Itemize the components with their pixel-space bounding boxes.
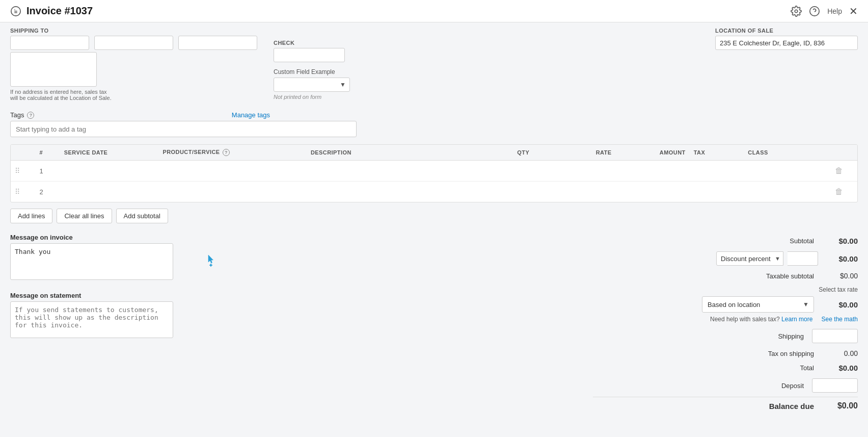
subtotal-value: $0.00 [822,237,858,245]
deposit-label: Deposit [712,382,804,390]
col-header-qty: QTY [471,145,534,161]
row-2-qty[interactable] [499,185,529,199]
message-on-statement-block: Message on statement [10,292,183,340]
shipping-input-1[interactable] [10,36,89,50]
discount-amount: $0.00 [822,254,858,263]
row-2-class[interactable] [748,185,794,199]
message-on-statement-label: Message on statement [10,292,183,299]
col-header-drag [11,145,35,161]
row-2-date[interactable] [64,185,155,199]
product-info-icon: ? [223,149,230,156]
taxable-subtotal-value: $0.00 [822,272,858,280]
check-input[interactable] [274,48,345,62]
invoice-icon [10,6,21,17]
subtotal-label: Subtotal [722,237,814,245]
col-header-delete [831,145,857,161]
col-header-tax: TAX [690,145,744,161]
row-1-tax[interactable] [694,164,719,178]
sales-tax-help: Need help with sales tax? Learn more [710,316,812,323]
drag-cursor-icon [205,254,216,268]
row-2-rate[interactable] [571,185,612,199]
row-2-product[interactable] [162,185,302,199]
tag-input[interactable] [10,121,357,137]
page-title: Invoice #1037 [26,5,93,17]
help-label: Help [827,7,842,15]
message-on-statement-textarea[interactable] [10,301,173,338]
col-header-rate: RATE [533,145,615,161]
col-header-num: # [35,145,60,161]
tax-on-shipping-value: 0.00 [822,349,858,357]
col-header-service-date: SERVICE DATE [60,145,159,161]
manage-tags-link[interactable]: Manage tags [232,111,270,119]
totals-panel: Subtotal $0.00 Discount percent Discount… [593,234,858,414]
lines-table-wrapper: # SERVICE DATE PRODUCT/SERVICE ? DESCRIP… [10,144,858,202]
row-2-description[interactable] [311,185,467,199]
row-1-date[interactable] [64,164,155,178]
tags-row: Tags ? Manage tags [10,111,372,119]
not-printed-label: Not printed on form [274,94,350,100]
action-buttons: Add lines Clear all lines Add subtotal [10,209,858,223]
custom-field-select[interactable] [274,78,350,92]
help-circle-icon[interactable] [809,6,820,17]
col-header-amount: AMOUNT [616,145,690,161]
balance-due-value: $0.00 [822,401,858,410]
shipping-input-2[interactable] [94,36,173,50]
discount-type-select[interactable]: Discount percent Discount value [716,251,783,266]
shipping-to-block: Shipping to If no address is entered her… [10,28,257,101]
total-row: Total $0.00 [593,361,858,375]
row-1-description[interactable] [311,164,467,178]
message-on-invoice-textarea[interactable]: Thank you [10,243,173,280]
cursor-area [196,254,226,268]
shipping-to-label: Shipping to [10,28,257,34]
total-value: $0.00 [822,364,858,372]
table-body: ⠿ 1 🗑 ⠿ 2 [11,161,857,202]
total-label: Total [722,364,814,372]
see-math-link[interactable]: See the math [822,316,858,323]
tax-dropdown-wrapper: Based on location ▼ [702,296,814,313]
col-header-product: PRODUCT/SERVICE ? [158,145,306,161]
deposit-row: Deposit [593,375,858,396]
add-lines-button[interactable]: Add lines [10,209,52,223]
drag-handle-2[interactable]: ⠿ [15,188,20,196]
drag-handle-1[interactable]: ⠿ [15,167,20,175]
taxable-subtotal-row: Taxable subtotal $0.00 [593,269,858,283]
delete-row-2-icon[interactable]: 🗑 [835,187,843,196]
select-tax-label: Select tax rate [819,286,858,293]
subtotal-row: Subtotal $0.00 [593,234,858,248]
row-1-qty[interactable] [499,164,529,178]
page-body: Shipping to If no address is entered her… [0,22,868,424]
tax-section: Select tax rate Based on location ▼ $0.0… [593,283,858,326]
shipping-textarea[interactable] [10,52,97,87]
svg-point-2 [810,6,819,15]
close-button[interactable]: ✕ [849,6,858,16]
add-subtotal-button[interactable]: Add subtotal [116,209,168,223]
clear-all-lines-button[interactable]: Clear all lines [57,209,112,223]
discount-value-input[interactable] [788,251,818,266]
tax-on-shipping-label: Tax on shipping [722,350,814,357]
deposit-input[interactable] [812,378,858,393]
location-input[interactable] [715,36,858,50]
lines-table: # SERVICE DATE PRODUCT/SERVICE ? DESCRIP… [11,145,857,202]
tags-section: Tags ? Manage tags [10,107,372,137]
bottom-section: Message on invoice Thank you Message on … [10,234,858,414]
row-2-tax[interactable] [694,185,719,199]
table-row: ⠿ 2 🗑 [11,182,857,202]
gear-icon[interactable] [791,6,802,17]
discount-row: Discount percent Discount value ▼ $0.00 [593,248,858,269]
shipping-row: Shipping [593,326,858,346]
shipping-value-input[interactable] [812,329,858,343]
row-1-product[interactable] [162,164,302,178]
row-1-class[interactable] [748,164,794,178]
row-2-amount[interactable] [650,185,686,199]
row-1-amount[interactable] [650,164,686,178]
messages-block: Message on invoice Thank you Message on … [10,234,183,340]
top-fields: Shipping to If no address is entered her… [10,22,858,101]
tax-amount: $0.00 [822,300,858,309]
learn-more-link[interactable]: Learn more [781,316,812,323]
col-header-class: CLASS [744,145,831,161]
shipping-input-3[interactable] [178,36,257,50]
delete-row-1-icon[interactable]: 🗑 [835,166,843,175]
row-1-rate[interactable] [571,164,612,178]
tax-location-select[interactable]: Based on location [702,296,814,313]
header-left: Invoice #1037 [10,5,93,17]
